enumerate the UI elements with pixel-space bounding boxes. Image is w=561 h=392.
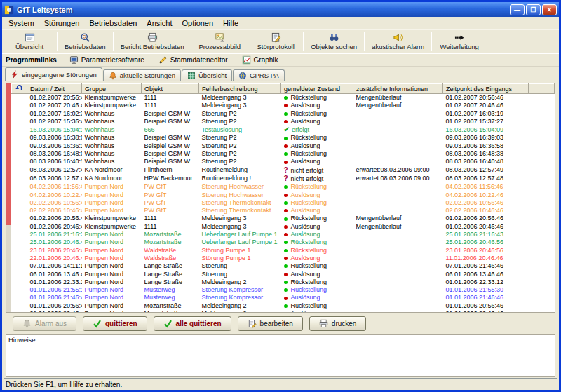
row-indent-cell — [12, 126, 27, 134]
table-row[interactable]: 01.01.2006 21:55:11Pumpen NordMusterwegS… — [12, 286, 555, 294]
menu-strungen[interactable]: Störungen — [39, 18, 85, 28]
menu-optionen[interactable]: Optionen — [177, 18, 218, 28]
green-status-dot-icon — [284, 185, 288, 189]
table-row[interactable]: 25.01.2006 21:16:33Pumpen NordMozartstra… — [12, 231, 555, 238]
cell-zusaetzliche-informationen — [353, 191, 443, 199]
cell-datum-zeit: 02.02.2006 10:56:46 — [27, 199, 82, 207]
stammdateneditor-button[interactable]: Stammdateneditor — [153, 55, 234, 65]
menu-ansicht[interactable]: Ansicht — [142, 18, 177, 28]
cell-datum-zeit: 01.02.2007 15:36:42 — [27, 118, 82, 126]
cell-fehlerbeschreibung: Meldeeingang 2 — [199, 302, 281, 310]
table-row[interactable]: 08.03.2006 16:40:15WohnhausBeispiel GSM … — [12, 158, 555, 165]
table-row[interactable]: 06.01.2006 13:46:46Pumpen NordLange Stra… — [12, 271, 555, 278]
table-row[interactable]: 23.01.2006 20:46:46Pumpen NordWaldstraße… — [12, 247, 555, 255]
tab-aktuelle-st-rungen[interactable]: aktuelle Störungen — [103, 69, 181, 81]
cell-gruppe: Pumpen Nord — [82, 262, 142, 270]
drucken-button[interactable]: drucken — [309, 316, 367, 331]
column-header[interactable]: Datum / Zeit — [27, 84, 82, 94]
weiterleitung-button[interactable]: Weiterleitung — [433, 32, 485, 51]
cell-zeitpunkt-des-eingangs: 01.02.2007 20:46:46 — [443, 102, 529, 109]
table-row[interactable]: 01.02.2007 16:02:32WohnhausBeispiel GSM … — [12, 110, 555, 118]
red-status-dot-icon — [284, 233, 288, 236]
tab--bersicht[interactable]: Übersicht — [182, 69, 232, 81]
cell-datum-zeit: 06.01.2006 13:46:46 — [27, 271, 82, 278]
table-row[interactable]: 09.03.2006 16:36:19WohnhausBeispiel GSM … — [12, 142, 555, 150]
table-row[interactable]: 01.01.2006 21:46:46Pumpen NordMusterwegS… — [12, 294, 555, 302]
column-header[interactable]: Objekt — [142, 84, 199, 94]
sort-header-cell[interactable] — [12, 84, 27, 94]
menu-bar: SystemStörungenBetriebsdatenAnsichtOptio… — [2, 17, 559, 29]
cell-datum-zeit: 01.01.2006 21:46:46 — [27, 294, 82, 302]
green-status-dot-icon — [284, 264, 288, 268]
table-row[interactable]: 04.02.2006 10:22:46Pumpen NordPW GfTStoe… — [12, 191, 555, 199]
minimize-button[interactable]: — — [510, 4, 525, 15]
column-header[interactable]: Fehlerbeschreibung — [199, 84, 281, 94]
parametriersoftware-button[interactable]: Parametriersoftware — [64, 55, 150, 65]
table-row[interactable]: 01.02.2006 20:56:46Kleinstpumpwerke1111M… — [12, 215, 555, 222]
toolbar-button-label: akustischer Alarm — [372, 43, 424, 50]
prozessabbild-button[interactable]: Prozessabbild — [193, 32, 246, 51]
table-row[interactable]: 02.02.2006 10:56:46Pumpen NordPW GfTStoe… — [12, 199, 555, 207]
akustischer-alarm-button[interactable]: akustischer Alarm — [366, 32, 430, 51]
cell-objekt: Musterweg — [142, 286, 199, 294]
quittieren-label: quittieren — [105, 320, 137, 327]
alarm-aus-button[interactable]: Alarm aus — [13, 316, 76, 331]
column-header[interactable]: zusätzliche Informationen — [353, 84, 443, 94]
menu-betriebsdaten[interactable]: Betriebsdaten — [84, 18, 142, 28]
cell-fehlerbeschreibung: Stoerung P2 — [199, 118, 281, 126]
column-header[interactable]: Zeitpunkt des Eingangs — [443, 84, 529, 94]
table-row[interactable]: 01.02.2007 20:46:46Kleinstpumpwerke1111M… — [12, 102, 555, 109]
table-row[interactable]: 09.03.2006 16:38:02WohnhausBeispiel GSM … — [12, 134, 555, 142]
betriebsdaten-button[interactable]: Betriebsdaten — [59, 32, 111, 51]
cell-datum-zeit: 04.02.2006 11:56:46 — [27, 183, 82, 191]
green-status-dot-icon — [284, 137, 288, 140]
menu-system[interactable]: System — [4, 18, 39, 28]
close-button[interactable]: ✕ — [542, 4, 557, 15]
monitor-icon — [69, 55, 79, 65]
cell-objekt: Beispiel GSM W — [142, 150, 199, 158]
tab-eingegangene-st-rungen[interactable]: eingegangene Störungen — [5, 67, 102, 81]
bericht-betriebsdaten-button[interactable]: Bericht Betriebsdaten — [115, 32, 190, 51]
cell-zusaetzliche-informationen — [353, 262, 443, 270]
table-row[interactable]: 02.02.2006 10:46:46Pumpen NordPW GfTStoe… — [12, 207, 555, 215]
alle-quittieren-button[interactable]: alle quittieren — [154, 316, 231, 331]
hinweise-label: Hinweise: — [8, 336, 37, 344]
table-row[interactable]: 08.03.2006 12:57:48KA NordmoorHPW Backem… — [12, 175, 555, 183]
bearbeiten-button[interactable]: bearbeiten — [238, 316, 303, 331]
table-row[interactable]: 01.02.2007 20:56:46Kleinstpumpwerke1111M… — [12, 94, 555, 102]
table-row[interactable]: 08.03.2006 12:57:49KA NordmoorFlinthoern… — [12, 166, 555, 175]
cell-zeitpunkt-des-eingangs: 01.01.2006 20:56:46 — [443, 302, 529, 310]
table-row[interactable]: 08.03.2006 16:48:04WohnhausBeispiel GSM … — [12, 150, 555, 158]
graphik-button[interactable]: Graphik — [236, 55, 284, 65]
cell-zusaetzliche-informationen — [353, 110, 443, 118]
menu-hilfe[interactable]: Hilfe — [218, 18, 243, 28]
table-row[interactable]: 07.01.2006 14:11:12Pumpen NordLange Stra… — [12, 262, 555, 270]
table-row[interactable]: 22.01.2006 20:46:46Pumpen NordWaldstraße… — [12, 255, 555, 262]
uebersicht-button[interactable]: Übersicht — [4, 32, 55, 51]
stoerprotokoll-button[interactable]: Störprotokoll — [250, 32, 302, 51]
table-row[interactable]: 16.03.2006 15:04:19Wohnhaus666Testauslös… — [12, 126, 555, 134]
tab-bar: eingegangene Störungenaktuelle Störungen… — [2, 67, 559, 81]
table-row[interactable]: 01.01.2006 20:56:46Pumpen NordMozartstra… — [12, 302, 555, 310]
table-row[interactable]: 01.02.2007 15:36:42WohnhausBeispiel GSM … — [12, 118, 555, 126]
table-row[interactable]: 25.01.2006 20:46:46Pumpen NordMozartstra… — [12, 238, 555, 246]
table-row[interactable]: 01.02.2006 20:46:46Kleinstpumpwerke1111M… — [12, 223, 555, 231]
row-indent-cell — [12, 166, 27, 175]
table-row[interactable]: 01.01.2006 22:33:11Pumpen NordLange Stra… — [12, 278, 555, 286]
hinweise-textarea[interactable]: Hinweise: — [6, 334, 555, 377]
maximize-button[interactable]: ❐ — [526, 4, 541, 15]
objekte-suchen-button[interactable]: Objekte suchen — [305, 32, 363, 51]
column-header[interactable]: Gruppe — [82, 84, 142, 94]
quittieren-button[interactable]: quittieren — [83, 316, 147, 331]
column-header[interactable]: gemeldeter Zustand — [281, 84, 353, 94]
table-row[interactable]: 04.02.2006 11:56:46Pumpen NordPW GfTStoe… — [12, 183, 555, 191]
betriebsdaten-icon — [80, 32, 90, 43]
green-status-dot-icon — [284, 241, 288, 244]
cell-datum-zeit: 09.03.2006 16:36:19 — [27, 142, 82, 150]
cell-fehlerbeschreibung: Testauslösung — [199, 126, 281, 134]
tab-gprs-pa[interactable]: GPRS PA — [233, 69, 285, 81]
cell-gruppe: Wohnhaus — [82, 118, 142, 126]
row-indent-cell — [12, 255, 27, 262]
row-indent-cell — [12, 118, 27, 126]
cell-filler — [529, 166, 555, 175]
